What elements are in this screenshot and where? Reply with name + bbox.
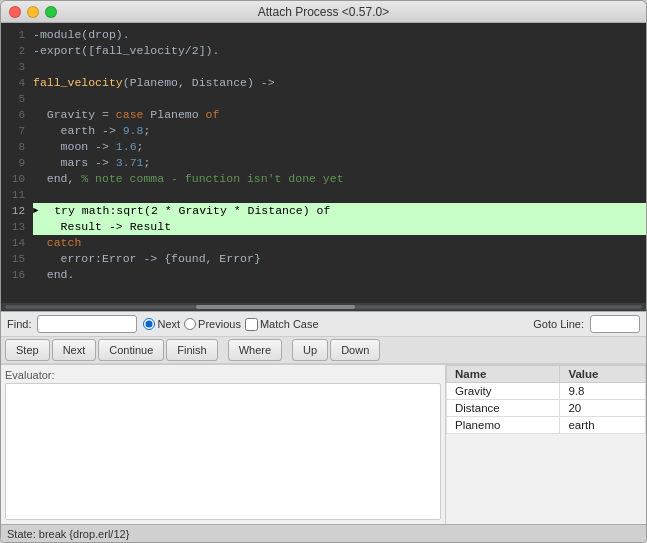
code-token: moon -> [33, 139, 116, 155]
where-button[interactable]: Where [228, 339, 282, 361]
code-line-15: error:Error -> {found, Error} [33, 251, 646, 267]
code-line-4: fall_velocity(Planemo, Distance) -> [33, 75, 646, 91]
line-num-7: 7 [5, 123, 25, 139]
code-token: mars -> [33, 155, 116, 171]
code-line-11 [33, 187, 646, 203]
col-header-value: Value [560, 366, 646, 383]
code-token: math: [75, 203, 116, 219]
close-button[interactable] [9, 6, 21, 18]
code-line-3 [33, 59, 646, 75]
code-token: Result [130, 219, 171, 235]
code-line-14: catch [33, 235, 646, 251]
next-radio-label[interactable]: Next [143, 318, 180, 330]
line-num-1: 1 [5, 27, 25, 43]
line-num-4: 4 [5, 75, 25, 91]
var-name-distance: Distance [447, 400, 560, 417]
line-numbers: 1 2 3 4 5 6 7 8 9 10 11 12 13 14 15 16 [1, 27, 29, 299]
horizontal-scrollbar[interactable] [1, 303, 646, 311]
code-token: 3.71 [116, 155, 144, 171]
code-token: Gravity [47, 107, 95, 123]
maximize-button[interactable] [45, 6, 57, 18]
line-num-15: 15 [5, 251, 25, 267]
var-name-planemo: Planemo [447, 417, 560, 434]
next-radio-text: Next [157, 318, 180, 330]
table-row: Gravity 9.8 [447, 383, 646, 400]
code-token [143, 107, 150, 123]
main-panel: Evaluator: Name Value Gravity 9.8 [1, 364, 646, 524]
search-options: Next Previous Match Case [143, 318, 318, 331]
next-radio[interactable] [143, 318, 155, 330]
code-lines: -module(drop). -export([fall_velocity/2]… [29, 27, 646, 299]
window-buttons [9, 6, 57, 18]
code-token: } [254, 251, 261, 267]
code-token: -module(drop). [33, 27, 130, 43]
finish-button[interactable]: Finish [166, 339, 217, 361]
find-input[interactable] [37, 315, 137, 333]
code-token: * [158, 203, 179, 219]
code-token: Planemo [150, 107, 198, 123]
code-line-10: end, % note comma - function isn't done … [33, 171, 646, 187]
arrow-indicator-icon: ► [33, 203, 38, 219]
previous-radio[interactable] [184, 318, 196, 330]
code-token [33, 107, 47, 123]
evaluator-textarea[interactable] [5, 383, 441, 520]
line-num-3: 3 [5, 59, 25, 75]
code-token: end, [33, 171, 81, 187]
code-token: * [227, 203, 248, 219]
main-window: Attach Process <0.57.0> 1 2 3 4 5 6 7 8 … [0, 0, 647, 543]
next-button[interactable]: Next [52, 339, 97, 361]
code-token: sqrt [116, 203, 144, 219]
code-token: try [54, 203, 75, 219]
var-value-gravity: 9.8 [560, 383, 646, 400]
step-button[interactable]: Step [5, 339, 50, 361]
goto-input[interactable] [590, 315, 640, 333]
line-num-9: 9 [5, 155, 25, 171]
line-num-16: 16 [5, 267, 25, 283]
code-editor[interactable]: 1 2 3 4 5 6 7 8 9 10 11 12 13 14 15 16 [1, 23, 646, 303]
scrollbar-thumb[interactable] [196, 305, 355, 309]
code-token: ( [123, 75, 130, 91]
code-token: ; [143, 123, 150, 139]
code-line-16: end. [33, 267, 646, 283]
match-case-checkbox[interactable] [245, 318, 258, 331]
line-num-12: 12 [5, 203, 25, 219]
code-token: Error [219, 251, 254, 267]
match-case-text: Match Case [260, 318, 319, 330]
goto-label: Goto Line: [533, 318, 584, 330]
line-num-2: 2 [5, 43, 25, 59]
line-num-5: 5 [5, 91, 25, 107]
code-token: 1.6 [116, 139, 137, 155]
down-button[interactable]: Down [330, 339, 380, 361]
code-token: Gravity [179, 203, 227, 219]
line-num-10: 10 [5, 171, 25, 187]
code-token: case [116, 107, 144, 123]
var-name-gravity: Gravity [447, 383, 560, 400]
continue-button[interactable]: Continue [98, 339, 164, 361]
code-token: -> {found, [137, 251, 220, 267]
up-button[interactable]: Up [292, 339, 328, 361]
code-token: of [206, 107, 220, 123]
table-row: Distance 20 [447, 400, 646, 417]
code-token: -export([fall_velocity/2]). [33, 43, 219, 59]
code-token: Distance [248, 203, 303, 219]
code-token: ) -> [247, 75, 275, 91]
code-token: -> [102, 219, 130, 235]
code-token: ; [137, 139, 144, 155]
previous-radio-label[interactable]: Previous [184, 318, 241, 330]
code-token: % note comma - function isn't done yet [81, 171, 343, 187]
code-token: , [178, 75, 192, 91]
find-bar: Find: Next Previous Match Case Goto Line… [1, 311, 646, 337]
code-line-5 [33, 91, 646, 107]
code-token: Error [102, 251, 137, 267]
code-token [40, 203, 54, 219]
code-token [33, 235, 47, 251]
toolbar: Step Next Continue Finish Where Up Down [1, 337, 646, 364]
code-token [199, 107, 206, 123]
match-case-label[interactable]: Match Case [245, 318, 319, 331]
code-token: 9.8 [123, 123, 144, 139]
code-line-13: Result -> Result [33, 219, 646, 235]
code-line-2: -export([fall_velocity/2]). [33, 43, 646, 59]
minimize-button[interactable] [27, 6, 39, 18]
status-text: State: break {drop.erl/12} [7, 528, 129, 540]
line-num-11: 11 [5, 187, 25, 203]
